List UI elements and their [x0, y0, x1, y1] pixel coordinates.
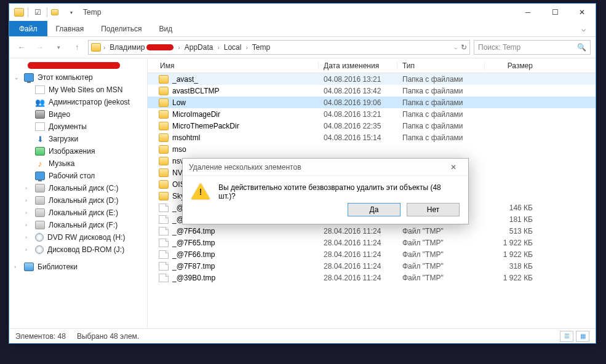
expand-icon[interactable]: ›: [25, 247, 31, 253]
expand-icon[interactable]: ›: [25, 210, 31, 216]
folder-icon: [159, 168, 169, 177]
column-date[interactable]: Дата изменения: [319, 61, 397, 70]
qat-dropdown-icon[interactable]: ▾: [66, 7, 77, 18]
drive-icon: [35, 208, 45, 217]
column-type[interactable]: Тип: [397, 61, 485, 70]
file-type: Папка с файлами: [397, 98, 485, 107]
chevron-right-icon[interactable]: ›: [103, 44, 105, 51]
sidebar-item-label: Музыка: [49, 159, 74, 168]
expand-icon[interactable]: ›: [25, 185, 31, 191]
sidebar-item[interactable]: My Web Sites on MSN: [9, 84, 147, 96]
qat-newfolder-icon[interactable]: [51, 7, 62, 18]
file-row[interactable]: mso: [148, 143, 596, 155]
folder-icon: [159, 98, 169, 107]
file-row[interactable]: MicroThemePackDir04.08.2016 22:35Папка с…: [148, 120, 596, 132]
sidebar-item[interactable]: ›Локальный диск (E:): [9, 207, 147, 219]
file-tab[interactable]: Файл: [9, 21, 47, 36]
minimize-button[interactable]: ─: [514, 4, 541, 21]
sidebar-item[interactable]: Видео: [9, 108, 147, 121]
quick-access-toolbar: ☑ ▾: [28, 7, 77, 18]
dialog-close-button[interactable]: ✕: [445, 160, 462, 174]
no-button[interactable]: Нет: [407, 203, 460, 216]
expand-icon[interactable]: ›: [14, 264, 20, 270]
doc-icon: [35, 85, 45, 94]
file-row[interactable]: MicroImageDir04.08.2016 13:21Папка с фай…: [148, 108, 596, 120]
file-row[interactable]: msohtml04.08.2016 15:14Папка с файлами: [148, 132, 596, 143]
ribbon-expand-button[interactable]: ⌵: [571, 21, 596, 36]
file-row[interactable]: _avast_04.08.2016 13:21Папка с файлами: [148, 73, 596, 85]
separator: [28, 7, 28, 17]
file-row[interactable]: Low04.08.2016 19:06Папка с файлами: [148, 97, 596, 108]
file-icon: [159, 227, 169, 235]
sidebar-item[interactable]: ♪Музыка: [9, 157, 147, 170]
sidebar-item[interactable]: ›Дисковод BD-ROM (J:): [9, 243, 147, 256]
navigation-pane[interactable]: ⌄Этот компьютерMy Web Sites on MSN👥Админ…: [9, 58, 148, 328]
sidebar-item[interactable]: Документы: [9, 121, 147, 133]
tab-home[interactable]: Главная: [47, 21, 93, 36]
file-type: Файл "TMP": [397, 250, 485, 259]
pic-icon: [35, 147, 45, 156]
sidebar-item-label: Документы: [49, 122, 87, 131]
sidebar-item[interactable]: ›Локальный диск (D:): [9, 194, 147, 207]
refresh-icon[interactable]: ↻: [461, 43, 467, 52]
sidebar-item[interactable]: ⌄Этот компьютер: [9, 71, 147, 84]
tab-view[interactable]: Вид: [150, 21, 181, 36]
details-view-button[interactable]: ☰: [560, 331, 573, 342]
search-input[interactable]: Поиск: Temp 🔍: [474, 40, 591, 55]
video-icon: [35, 110, 45, 119]
sidebar-item-label: Библиотеки: [38, 263, 78, 271]
sidebar-item[interactable]: Изображения: [9, 145, 147, 157]
expand-icon[interactable]: ›: [25, 222, 31, 228]
yes-button[interactable]: Да: [348, 203, 401, 216]
expand-icon[interactable]: ›: [25, 197, 31, 204]
titlebar[interactable]: ☑ ▾ Temp ─ ☐ ✕: [9, 4, 596, 21]
up-button[interactable]: ↑: [70, 40, 84, 55]
address-bar[interactable]: › Владимир › AppData › Local › Temp ⌵ ↻: [88, 40, 470, 55]
expand-icon[interactable]: ›: [25, 234, 31, 240]
sidebar-item-label: Администратор (jeekost: [49, 98, 130, 106]
sidebar-item[interactable]: ⬇Загрузки: [9, 133, 147, 145]
sidebar-item[interactable]: ›Библиотеки: [9, 261, 147, 273]
breadcrumb-temp[interactable]: Temp: [250, 43, 272, 52]
breadcrumb-local[interactable]: Local: [222, 43, 244, 52]
file-row[interactable]: _@7F66.tmp28.04.2016 11:24Файл "TMP"1 92…: [148, 248, 596, 260]
forward-button[interactable]: →: [33, 40, 47, 55]
expand-icon[interactable]: ⌄: [14, 74, 20, 81]
sidebar-item[interactable]: ›Локальный диск (C:): [9, 182, 147, 194]
sidebar-item[interactable]: ›Локальный диск (F:): [9, 219, 147, 231]
icons-view-button[interactable]: ▦: [576, 331, 589, 342]
chevron-right-icon[interactable]: ›: [245, 44, 247, 51]
chevron-right-icon[interactable]: ›: [217, 44, 219, 51]
qat-properties-icon[interactable]: ☑: [32, 7, 43, 18]
column-size[interactable]: Размер: [485, 61, 540, 70]
file-type: Файл "TMP": [397, 274, 485, 282]
file-row[interactable]: avastBCLTMP04.08.2016 13:42Папка с файла…: [148, 85, 596, 97]
column-name[interactable]: Имя: [148, 61, 319, 70]
file-size: 181 КБ: [485, 215, 540, 224]
drive-icon: [35, 221, 45, 229]
sidebar-item-label: DVD RW дисковод (H:): [47, 233, 126, 242]
file-row[interactable]: _@7F87.tmp28.04.2016 11:24Файл "TMP"318 …: [148, 260, 596, 272]
maximize-button[interactable]: ☐: [541, 4, 568, 21]
breadcrumb-user[interactable]: Владимир: [108, 43, 175, 52]
breadcrumb-appdata[interactable]: AppData: [183, 43, 215, 52]
dialog-titlebar[interactable]: Удаление нескольких элементов ✕: [183, 159, 468, 176]
address-dropdown-icon[interactable]: ⌵: [454, 44, 457, 50]
recent-dropdown[interactable]: ▾: [51, 40, 66, 55]
selection-count: Выбрано 48 элем.: [77, 332, 139, 341]
column-headers[interactable]: Имя Дата изменения Тип Размер: [148, 58, 596, 73]
sidebar-item[interactable]: ›DVD RW дисковод (H:): [9, 231, 147, 243]
file-name: _@39B0.tmp: [172, 274, 215, 282]
warning-icon: !: [191, 183, 210, 200]
sidebar-item-label: Локальный диск (E:): [49, 208, 118, 217]
file-row[interactable]: _@7F64.tmp28.04.2016 11:24Файл "TMP"513 …: [148, 225, 596, 237]
close-button[interactable]: ✕: [568, 4, 596, 21]
tab-share[interactable]: Поделиться: [92, 21, 150, 36]
sidebar-item[interactable]: Рабочий стол: [9, 170, 147, 182]
file-row[interactable]: _@7F65.tmp28.04.2016 11:24Файл "TMP"1 92…: [148, 237, 596, 248]
sidebar-item[interactable]: 👥Администратор (jeekost: [9, 96, 147, 108]
back-button[interactable]: ←: [14, 40, 29, 55]
chevron-right-icon[interactable]: ›: [178, 44, 180, 51]
users-icon: 👥: [35, 98, 45, 106]
file-row[interactable]: _@39B0.tmp28.04.2016 11:24Файл "TMP"1 92…: [148, 272, 596, 283]
